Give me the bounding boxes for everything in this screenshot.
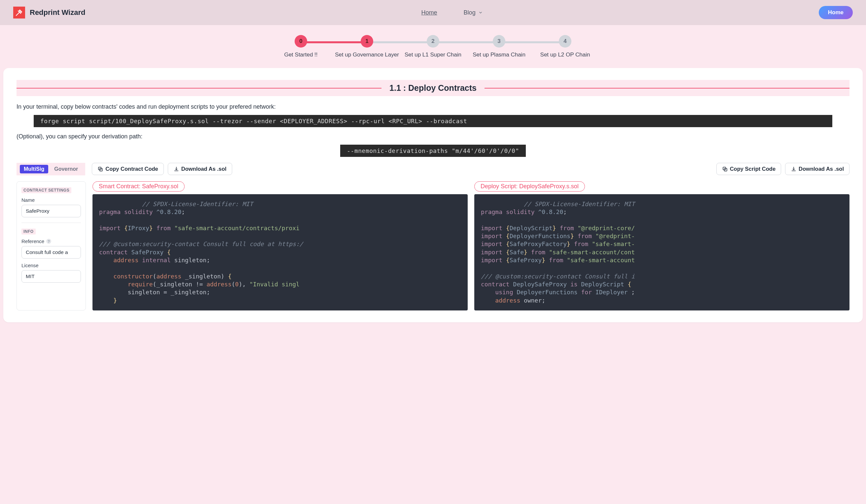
copy-script-button[interactable]: Copy Script Code	[717, 163, 781, 175]
step-circle: 3	[493, 35, 505, 47]
step-0[interactable]: 0Get Started !!	[268, 35, 334, 58]
step-circle: 1	[361, 35, 373, 47]
reference-input[interactable]	[21, 246, 81, 259]
divider	[21, 223, 81, 223]
section-title-bar: 1.1 : Deploy Contracts	[16, 80, 850, 96]
settings-panel: CONTRACT SETTINGS Name INFO Reference ? …	[16, 181, 86, 311]
title-line-left	[16, 88, 381, 89]
license-input[interactable]	[21, 270, 81, 283]
chevron-down-icon	[478, 10, 483, 15]
tab-multisig[interactable]: MultiSig	[20, 165, 48, 173]
brand: Redprint Wizard	[13, 7, 85, 19]
settings-header-contract: CONTRACT SETTINGS	[21, 187, 71, 193]
contract-code-column: Smart Contract: SafeProxy.sol // SPDX-Li…	[92, 181, 468, 311]
step-label: Get Started !!	[284, 52, 318, 58]
intro-paragraph-2: (Optional), you can specify your derivat…	[16, 133, 850, 140]
help-icon[interactable]: ?	[46, 239, 51, 244]
panels: CONTRACT SETTINGS Name INFO Reference ? …	[16, 181, 850, 311]
brand-logo-icon	[13, 7, 25, 19]
step-circle: 4	[559, 35, 571, 47]
license-label: License	[21, 262, 81, 268]
tab-governor[interactable]: Governor	[50, 165, 82, 173]
contract-badge: Smart Contract: SafeProxy.sol	[92, 181, 185, 192]
brand-name: Redprint Wizard	[30, 8, 85, 17]
step-label: Set up L1 Super Chain	[404, 52, 462, 58]
nav-blog-label: Blog	[464, 9, 476, 16]
tabs: MultiSig Governor	[16, 163, 85, 175]
topbar: Redprint Wizard Home Blog Home	[0, 0, 866, 25]
copy-icon	[722, 166, 728, 172]
download-icon	[174, 166, 179, 172]
download-contract-label: Download As .sol	[181, 166, 226, 172]
nav-home-link[interactable]: Home	[421, 9, 437, 16]
reference-label: Reference ?	[21, 238, 81, 244]
step-3[interactable]: 3Set up Plasma Chain	[466, 35, 532, 58]
step-label: Set up Governance Layer	[335, 52, 399, 58]
step-circle: 2	[427, 35, 439, 47]
script-code[interactable]: // SPDX-License-Identifier: MIT pragma s…	[474, 194, 850, 311]
copy-icon	[98, 166, 103, 172]
settings-header-info: INFO	[21, 228, 36, 235]
title-line-right	[485, 88, 850, 89]
step-1[interactable]: 1Set up Governance Layer	[334, 35, 400, 58]
section-title: 1.1 : Deploy Contracts	[389, 83, 477, 93]
step-2[interactable]: 2Set up L1 Super Chain	[400, 35, 466, 58]
script-badge: Deploy Script: DeploySafeProxy.s.sol	[474, 181, 585, 192]
name-label: Name	[21, 197, 81, 203]
contract-code[interactable]: // SPDX-License-Identifier: MIT pragma s…	[92, 194, 468, 311]
step-line	[499, 41, 565, 43]
terminal-command-1[interactable]: forge script script/100_DeploySafeProxy.…	[34, 115, 832, 127]
intro-paragraph-1: In your terminal, copy below contracts' …	[16, 103, 850, 110]
step-circle: 0	[295, 35, 307, 47]
main-card: 1.1 : Deploy Contracts In your terminal,…	[3, 68, 863, 322]
top-nav: Home Blog	[421, 9, 483, 16]
copy-script-label: Copy Script Code	[730, 166, 776, 172]
terminal-command-2[interactable]: --mnemonic-derivation-paths "m/44'/60'/0…	[340, 145, 526, 157]
stepper: 0Get Started !!1Set up Governance Layer2…	[0, 25, 866, 65]
name-input[interactable]	[21, 205, 81, 217]
step-line	[301, 41, 367, 43]
download-icon	[791, 166, 797, 172]
home-button[interactable]: Home	[819, 6, 853, 19]
tools-row: MultiSig Governor Copy Contract Code Dow…	[16, 163, 850, 175]
copy-contract-label: Copy Contract Code	[106, 166, 158, 172]
copy-contract-button[interactable]: Copy Contract Code	[92, 163, 164, 175]
step-line	[367, 41, 433, 43]
step-label: Set up Plasma Chain	[473, 52, 525, 58]
download-script-label: Download As .sol	[799, 166, 844, 172]
script-code-column: Deploy Script: DeploySafeProxy.s.sol // …	[474, 181, 850, 311]
step-line	[433, 41, 499, 43]
nav-blog-dropdown[interactable]: Blog	[464, 9, 483, 16]
step-4[interactable]: 4Set up L2 OP Chain	[532, 35, 598, 58]
step-label: Set up L2 OP Chain	[540, 52, 590, 58]
download-script-button[interactable]: Download As .sol	[785, 163, 850, 175]
download-contract-button[interactable]: Download As .sol	[168, 163, 232, 175]
